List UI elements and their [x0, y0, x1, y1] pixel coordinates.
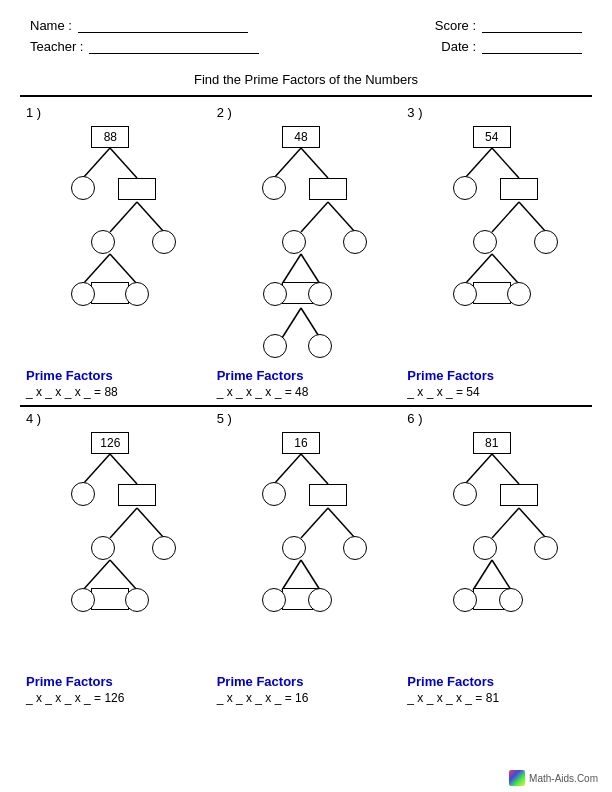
header-row-1: Name : Score :	[30, 18, 582, 33]
teacher-underline	[89, 40, 259, 54]
svg-line-22	[110, 508, 137, 538]
score-underline	[482, 19, 582, 33]
node-circle-6-3a	[453, 588, 477, 612]
svg-line-32	[465, 454, 492, 484]
svg-line-0	[83, 148, 110, 178]
problem-2-number: 2 )	[217, 105, 396, 120]
problem-6-pf-eq: _ x _ x _ x _ = 81	[407, 691, 586, 705]
node-rect-4-3	[91, 588, 129, 610]
node-circle-3-2a	[473, 230, 497, 254]
problem-3-pf-eq: _ x _ x _ = 54	[407, 385, 586, 399]
svg-line-33	[492, 454, 519, 484]
node-circle-3-3b	[507, 282, 531, 306]
problem-3-number: 3 )	[407, 105, 586, 120]
svg-line-27	[301, 454, 328, 484]
problem-6-number: 6 )	[407, 411, 586, 426]
node-circle-5-3b	[308, 588, 332, 612]
problem-4-pf-label: Prime Factors	[26, 674, 205, 689]
node-rect-1b	[118, 178, 156, 200]
node-circle-4-2b	[152, 536, 176, 560]
problem-2: 2 ) 48	[211, 101, 402, 403]
node-circle-1a	[71, 176, 95, 200]
node-circle-3-1a	[453, 176, 477, 200]
svg-line-4	[83, 254, 110, 284]
problem-5: 5 ) 16 Prime Factors	[211, 407, 402, 709]
header-row-2: Teacher : Date :	[30, 39, 582, 54]
node-126: 126	[91, 432, 129, 454]
node-rect-3-3	[473, 282, 511, 304]
svg-line-16	[492, 202, 519, 232]
name-underline	[78, 19, 248, 33]
problem-1-number: 1 )	[26, 105, 205, 120]
node-circle-3b	[125, 282, 149, 306]
svg-line-23	[137, 508, 164, 538]
svg-line-11	[301, 254, 320, 284]
teacher-field: Teacher :	[30, 39, 259, 54]
node-circle-2-3b	[308, 282, 332, 306]
node-circle-2-2a	[282, 230, 306, 254]
problem-4: 4 ) 126 Prime Factors	[20, 407, 211, 709]
problem-2-pf-label: Prime Factors	[217, 368, 396, 383]
problem-1: 1 ) 88	[20, 101, 211, 403]
problem-5-tree: 16	[236, 428, 376, 668]
problem-1-pf-label: Prime Factors	[26, 368, 205, 383]
problem-1-pf-eq: _ x _ x _ x _ = 88	[26, 385, 205, 399]
problem-1-tree: 88	[45, 122, 185, 362]
node-circle-3-3a	[453, 282, 477, 306]
node-88: 88	[91, 126, 129, 148]
teacher-label: Teacher :	[30, 39, 83, 54]
problem-5-pf-label: Prime Factors	[217, 674, 396, 689]
problem-2-tree: 48	[236, 122, 376, 362]
node-81: 81	[473, 432, 511, 454]
problem-5-number: 5 )	[217, 411, 396, 426]
problem-4-pf-eq: _ x _ x _ x _ = 126	[26, 691, 205, 705]
node-rect-6-1b	[500, 484, 538, 506]
name-field: Name :	[30, 18, 248, 33]
node-circle-2-3a	[263, 282, 287, 306]
node-rect-4-1b	[118, 484, 156, 506]
node-circle-2b	[152, 230, 176, 254]
svg-line-28	[301, 508, 328, 538]
svg-line-9	[328, 202, 355, 232]
problem-4-number: 4 )	[26, 411, 205, 426]
node-rect-3a	[91, 282, 129, 304]
svg-line-19	[492, 254, 519, 284]
date-label: Date :	[441, 39, 476, 54]
date-underline	[482, 40, 582, 54]
node-circle-6-2a	[473, 536, 497, 560]
node-rect-3-1b	[500, 178, 538, 200]
node-circle-5-3a	[262, 588, 286, 612]
svg-line-6	[274, 148, 301, 178]
svg-line-29	[328, 508, 355, 538]
svg-line-2	[110, 202, 137, 232]
svg-line-26	[274, 454, 301, 484]
problems-grid-top: 1 ) 88	[20, 101, 592, 403]
problem-3-pf-label: Prime Factors	[407, 368, 586, 383]
node-circle-2-1a	[262, 176, 286, 200]
name-label: Name :	[30, 18, 72, 33]
node-circle-3-2b	[534, 230, 558, 254]
worksheet-title: Find the Prime Factors of the Numbers	[0, 72, 612, 87]
svg-line-17	[519, 202, 546, 232]
date-field: Date :	[441, 39, 582, 54]
problem-4-tree: 126	[45, 428, 185, 668]
svg-line-18	[465, 254, 492, 284]
node-rect-2-1b	[309, 178, 347, 200]
watermark-text: Math-Aids.Com	[529, 773, 598, 784]
node-circle-2-4a	[263, 334, 287, 358]
node-circle-5-2a	[282, 536, 306, 560]
score-field: Score :	[435, 18, 582, 33]
svg-line-25	[110, 560, 137, 590]
problem-2-pf-eq: _ x _ x _ x _ = 48	[217, 385, 396, 399]
svg-line-8	[301, 202, 328, 232]
svg-line-37	[492, 560, 511, 590]
problem-6: 6 ) 81 Prime Factors	[401, 407, 592, 709]
node-rect-5-1b	[309, 484, 347, 506]
watermark-logo	[509, 770, 525, 786]
score-label: Score :	[435, 18, 476, 33]
svg-line-1	[110, 148, 137, 178]
problems-section-bottom: 4 ) 126 Prime Factors	[0, 407, 612, 709]
problem-6-tree: 81	[427, 428, 567, 668]
problem-3: 3 ) 54 Prime Factors	[401, 101, 592, 403]
svg-line-24	[83, 560, 110, 590]
